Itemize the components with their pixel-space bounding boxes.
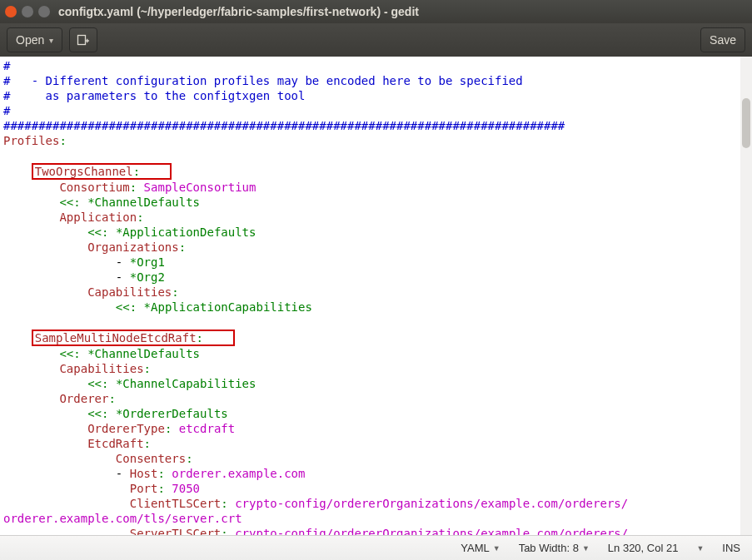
window-title: configtx.yaml (~/hyperledger/fabric-samp… <box>58 5 419 18</box>
highlight-box-1: TwoOrgsChannel: <box>32 163 172 180</box>
svg-rect-0 <box>78 36 86 45</box>
language-selector[interactable]: YAML ▼ <box>461 542 500 554</box>
open-label: Open <box>16 33 44 47</box>
new-tab-button[interactable] <box>69 27 97 52</box>
language-label: YAML <box>461 542 489 554</box>
title-path: (~/hyperledger/fabric-samples/first-netw… <box>137 5 381 18</box>
code-content[interactable]: # # - Different configuration profiles m… <box>3 58 749 535</box>
open-button[interactable]: Open ▾ <box>7 27 62 52</box>
close-window-icon[interactable] <box>5 6 17 17</box>
tab-width-selector[interactable]: Tab Width: 8 ▼ <box>519 542 590 554</box>
highlight-box-2: SampleMultiNodeEtcdRaft: <box>32 330 235 346</box>
window-titlebar: configtx.yaml (~/hyperledger/fabric-samp… <box>0 0 752 23</box>
new-tab-icon <box>77 33 90 47</box>
chevron-down-icon: ▼ <box>582 544 590 553</box>
tab-width-label: Tab Width: 8 <box>519 542 579 554</box>
save-button[interactable]: Save <box>700 27 745 52</box>
insert-mode[interactable]: INS <box>722 542 740 554</box>
title-app: gedit <box>391 5 419 18</box>
toolbar: Open ▾ Save <box>0 23 752 57</box>
maximize-window-icon[interactable] <box>38 6 50 17</box>
chevron-down-icon: ▾ <box>49 36 53 45</box>
chevron-down-icon: ▼ <box>493 544 501 553</box>
cursor-position: Ln 320, Col 21 <box>608 542 679 554</box>
chevron-down-icon[interactable]: ▼ <box>696 544 704 553</box>
editor-viewport[interactable]: # # - Different configuration profiles m… <box>0 57 752 535</box>
vertical-scrollbar[interactable] <box>740 57 752 535</box>
title-filename: configtx.yaml <box>58 5 133 18</box>
save-label: Save <box>710 33 736 47</box>
scrollbar-thumb[interactable] <box>742 98 750 148</box>
statusbar: YAML ▼ Tab Width: 8 ▼ Ln 320, Col 21 ▼ I… <box>0 535 752 560</box>
minimize-window-icon[interactable] <box>22 6 33 17</box>
